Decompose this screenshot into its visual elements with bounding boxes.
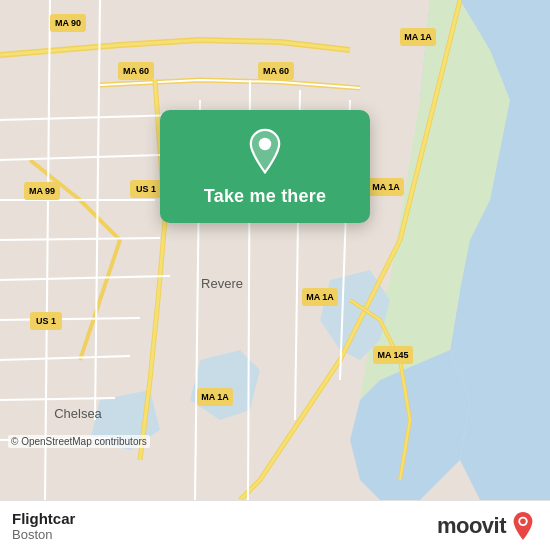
- svg-text:Chelsea: Chelsea: [54, 406, 102, 421]
- app-info: Flightcar Boston: [12, 510, 75, 542]
- svg-text:MA 1A: MA 1A: [306, 292, 334, 302]
- location-popup[interactable]: Take me there: [160, 110, 370, 223]
- svg-text:MA 1A: MA 1A: [404, 32, 432, 42]
- svg-text:Revere: Revere: [201, 276, 243, 291]
- copyright-text: © OpenStreetMap contributors: [8, 435, 150, 448]
- take-me-there-button[interactable]: Take me there: [204, 186, 326, 207]
- svg-point-40: [259, 138, 271, 150]
- svg-text:MA 99: MA 99: [29, 186, 55, 196]
- svg-text:MA 1A: MA 1A: [201, 392, 229, 402]
- svg-text:US 1: US 1: [36, 316, 56, 326]
- bottom-bar: Flightcar Boston moovit: [0, 500, 550, 550]
- app-city: Boston: [12, 527, 75, 542]
- location-pin-icon: [241, 128, 289, 176]
- svg-point-42: [520, 518, 526, 524]
- svg-text:MA 90: MA 90: [55, 18, 81, 28]
- moovit-pin-icon: [510, 511, 536, 541]
- app-name: Flightcar: [12, 510, 75, 527]
- svg-text:MA 60: MA 60: [263, 66, 289, 76]
- svg-text:US 1: US 1: [136, 184, 156, 194]
- svg-text:MA 145: MA 145: [377, 350, 408, 360]
- svg-text:MA 1A: MA 1A: [372, 182, 400, 192]
- moovit-logo: moovit: [437, 511, 536, 541]
- moovit-text: moovit: [437, 513, 506, 539]
- svg-text:MA 60: MA 60: [123, 66, 149, 76]
- map-view: MA 90 MA 60 MA 60 MA 1A MA 1A MA 1A MA 1…: [0, 0, 550, 500]
